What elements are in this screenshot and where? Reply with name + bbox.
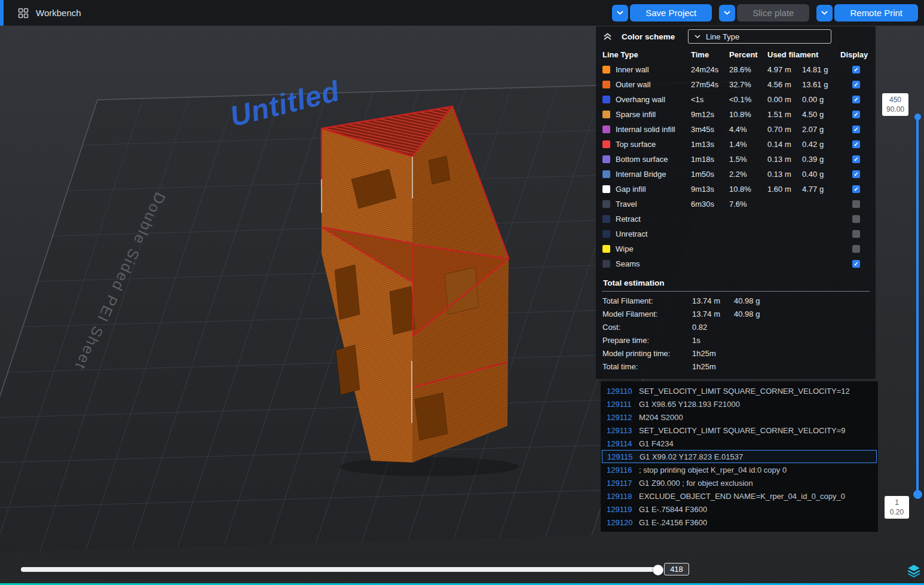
display-checkbox[interactable]: ✓ [852,111,860,118]
line-type-grams: 0.40 g [802,170,845,179]
move-slider-handle[interactable] [653,565,663,575]
gcode-line[interactable]: 129114G1 F4234 [602,437,877,450]
display-checkbox[interactable] [852,245,860,253]
gcode-line[interactable]: 129119G1 E-.75844 F3600 [602,503,877,516]
line-type-label: Internal solid infill [616,125,691,134]
line-type-table-header: Line Type Time Percent Used filament Dis… [596,47,876,62]
line-type-time: 9m13s [691,185,729,194]
line-type-row: Unretract [596,226,876,241]
gcode-line-text: SET_VELOCITY_LIMIT SQUARE_CORNER_VELOCIT… [639,387,850,396]
estimation-label: Cost: [602,323,692,332]
display-checkbox[interactable]: ✓ [852,96,860,103]
remote-print-dropdown-button[interactable] [816,5,833,22]
chevron-down-icon [617,11,623,15]
estimation-value-1: 13.74 m [692,310,734,318]
slice-plate-dropdown-button[interactable] [719,5,735,22]
line-type-percent: 28.6% [729,65,767,74]
slice-plate-button[interactable]: Slice plate [737,4,809,22]
estimation-row: Total time:1h25m [596,360,876,373]
gcode-line-text: ; stop printing object K_rper_04 id:0 co… [639,465,787,474]
gcode-line[interactable]: 129117G1 Z90.000 ; for object exclusion [602,476,877,489]
estimation-label: Total time: [602,362,692,371]
line-type-row: Overhang wall<1s<0.1%0.00 m0.00 g✓ [596,92,876,107]
gcode-line-number: 129114 [607,439,639,448]
line-type-row: Internal Bridge1m50s2.2%0.13 m0.40 g✓ [596,167,876,182]
chevron-down-icon [694,35,700,38]
line-type-swatch [602,260,610,268]
gcode-line[interactable]: 129116; stop printing object K_rper_04 i… [602,463,877,476]
gcode-line-text: G1 E-.75844 F3600 [639,505,707,514]
gcode-line[interactable]: 129118EXCLUDE_OBJECT_END NAME=K_rper_04_… [602,489,877,503]
layer-slider-bottom-info: 1 0.20 [885,496,909,519]
line-type-meters: 0.00 m [767,95,802,104]
display-checkbox[interactable] [852,230,860,238]
remote-print-button[interactable]: Remote Print [834,4,918,22]
gcode-line-number: 129119 [607,505,639,514]
line-type-grams: 13.61 g [802,80,845,89]
gcode-line[interactable]: 129111G1 X98.65 Y128.193 F21000 [602,397,877,411]
display-checkbox[interactable]: ✓ [852,185,860,193]
gcode-line-number: 129110 [607,387,639,396]
line-type-row: Internal solid infill3m45s4.4%0.70 m2.07… [596,122,876,137]
line-type-row: Inner wall24m24s28.6%4.97 m14.81 g✓ [596,62,876,77]
gcode-line[interactable]: 129115G1 X99.02 Y127.823 E.01537 [602,450,877,463]
display-checkbox[interactable]: ✓ [852,81,860,88]
estimation-row: Model Filament:13.74 m40.98 g [596,307,876,320]
line-type-row: Gap infill9m13s10.8%1.60 m4.77 g✓ [596,182,876,197]
col-used-filament: Used filament [767,50,840,59]
display-checkbox[interactable]: ✓ [852,140,860,148]
line-type-time: 27m54s [691,80,729,89]
gcode-line[interactable]: 129113SET_VELOCITY_LIMIT SQUARE_CORNER_V… [602,424,877,437]
display-checkbox[interactable]: ✓ [852,155,860,163]
display-checkbox[interactable]: ✓ [852,260,860,268]
estimation-label: Model Filament: [602,310,692,318]
line-type-label: Internal Bridge [616,170,691,179]
display-checkbox[interactable] [852,215,860,223]
line-type-swatch [602,111,610,118]
gcode-line[interactable]: 129112M204 S2000 [602,411,877,424]
topbar-accent [0,0,4,26]
color-scheme-dropdown[interactable]: Line Type [688,29,831,44]
workbench-grid-icon[interactable] [18,8,29,19]
col-line-type: Line Type [602,50,691,59]
save-project-button[interactable]: Save Project [630,4,712,22]
line-type-swatch [602,125,610,133]
line-type-meters: 0.70 m [767,125,802,134]
save-project-dropdown-button[interactable] [612,5,628,22]
line-type-percent: 4.4% [729,125,767,134]
display-checkbox[interactable]: ✓ [852,66,860,73]
line-type-row: Bottom surface1m18s1.5%0.13 m0.39 g✓ [596,152,876,167]
line-type-meters: 1.51 m [767,110,802,119]
layer-slider-lower-handle[interactable] [913,490,922,499]
line-type-swatch [602,81,610,88]
gcode-viewer: 129110SET_VELOCITY_LIMIT SQUARE_CORNER_V… [601,381,878,532]
gcode-line-number: 129115 [607,452,640,461]
gcode-line[interactable]: 129120G1 E-.24156 F3600 [602,516,877,529]
layer-slider-track[interactable] [916,117,919,494]
gcode-line-number: 129120 [607,518,639,527]
line-type-row: Outer wall27m54s32.7%4.56 m13.61 g✓ [596,77,876,92]
estimation-label: Prepare time: [602,336,692,345]
display-checkbox[interactable] [852,200,860,208]
display-checkbox[interactable]: ✓ [852,170,860,178]
line-type-row: Sparse infill9m12s10.8%1.51 m4.50 g✓ [596,107,876,122]
gcode-line-text: G1 E-.24156 F3600 [639,518,707,527]
estimation-value-1: 1h25m [692,362,734,371]
line-type-label: Top surface [616,140,691,149]
move-slider-track[interactable] [21,567,658,572]
estimation-value-1: 1s [692,336,734,345]
estimation-row: Total Filament:13.74 m40.98 g [596,294,876,307]
collapse-panel-icon[interactable] [603,32,612,41]
line-type-percent: 10.8% [729,110,767,119]
line-type-time: 6m30s [691,200,729,209]
layers-icon[interactable] [906,563,922,581]
line-type-row: Seams✓ [596,256,876,271]
line-type-label: Unretract [616,229,691,238]
line-type-grams: 14.81 g [802,65,845,74]
line-type-label: Bottom surface [616,155,691,164]
line-type-meters: 4.56 m [767,80,802,89]
line-type-label: Outer wall [616,80,691,89]
gcode-line[interactable]: 129110SET_VELOCITY_LIMIT SQUARE_CORNER_V… [602,384,877,397]
display-checkbox[interactable]: ✓ [852,125,860,133]
layer-slider-upper-handle[interactable] [914,114,921,120]
